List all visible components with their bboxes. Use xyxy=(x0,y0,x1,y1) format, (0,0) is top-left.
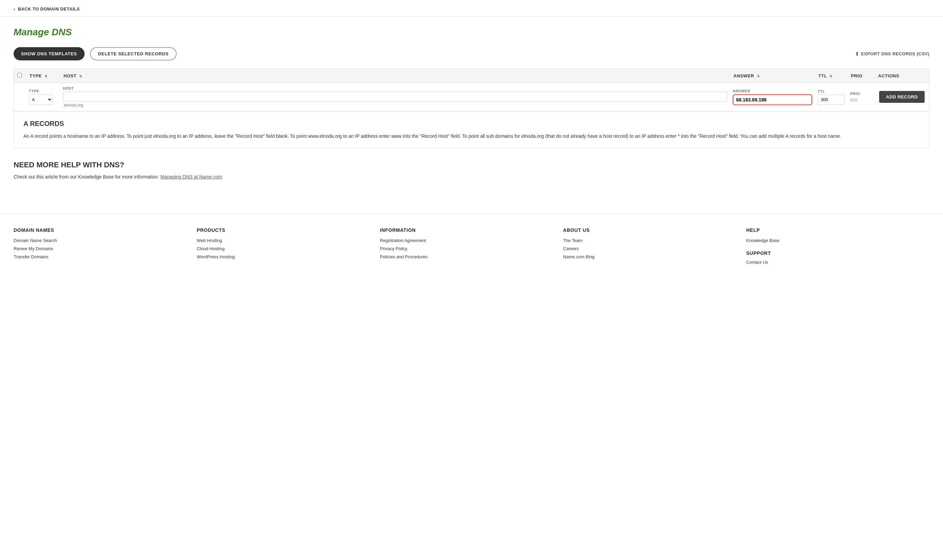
footer-link-wordpress-hosting[interactable]: WordPress Hosting xyxy=(197,254,235,259)
footer-link-domain-search[interactable]: Domain Name Search xyxy=(14,238,57,243)
add-record-row: TYPE A AAAA CNAME MX TXT NS SRV CAA xyxy=(14,83,929,111)
actions-column-header: ACTIONS xyxy=(875,69,929,83)
list-item: Domain Name Search xyxy=(14,238,197,243)
footer-col-domain-names: DOMAIN NAMES Domain Name Search Renew My… xyxy=(14,228,197,268)
prio-label: PRIO xyxy=(850,92,872,96)
select-all-checkbox[interactable] xyxy=(17,73,22,77)
footer: DOMAIN NAMES Domain Name Search Renew My… xyxy=(0,214,943,278)
list-item: Policies and Procedures xyxy=(380,254,563,259)
back-link-bar: ‹ BACK TO DOMAIN DETAILS xyxy=(0,0,943,17)
footer-link-careers[interactable]: Careers xyxy=(563,246,579,251)
dns-table-wrapper: TYPE ⇅ HOST ⇅ ANSWER ⇅ TTL ⇅ xyxy=(14,69,929,112)
table-header: TYPE ⇅ HOST ⇅ ANSWER ⇅ TTL ⇅ xyxy=(14,69,929,83)
help-text: Check out this article from our Knowledg… xyxy=(14,174,929,180)
help-section: NEED MORE HELP WITH DNS? Check out this … xyxy=(14,160,929,180)
add-row-host-cell: HOST .elnoda.org xyxy=(60,83,730,111)
type-sort-icon: ⇅ xyxy=(45,74,48,78)
type-select[interactable]: A AAAA CNAME MX TXT NS SRV CAA xyxy=(29,94,52,105)
footer-links-support: Contact Us xyxy=(746,259,929,265)
type-select-wrapper: A AAAA CNAME MX TXT NS SRV CAA xyxy=(29,94,57,105)
add-record-button[interactable]: ADD RECORD xyxy=(879,91,924,103)
list-item: Knowledge Base xyxy=(746,238,929,243)
help-heading: NEED MORE HELP WITH DNS? xyxy=(14,160,929,169)
show-dns-templates-button[interactable]: SHOW DNS TEMPLATES xyxy=(14,47,85,60)
list-item: Cloud Hosting xyxy=(197,246,380,251)
info-box-title: A RECORDS xyxy=(23,120,920,128)
footer-link-contact-us[interactable]: Contact Us xyxy=(746,260,768,265)
host-subdomain: .elnoda.org xyxy=(63,103,727,108)
host-label: HOST xyxy=(63,86,727,90)
footer-link-renew-domains[interactable]: Renew My Domains xyxy=(14,246,53,251)
footer-link-blog[interactable]: Name.com Blog xyxy=(563,254,594,259)
footer-heading-support: SUPPORT xyxy=(746,251,929,256)
host-input[interactable] xyxy=(63,92,727,102)
footer-heading-domain-names: DOMAIN NAMES xyxy=(14,228,197,233)
footer-link-transfer-domains[interactable]: Transfer Domains xyxy=(14,254,49,259)
add-row-check-cell xyxy=(14,83,26,111)
prio-column-header: PRIO xyxy=(847,69,875,83)
list-item: Name.com Blog xyxy=(563,254,746,259)
dns-table: TYPE ⇅ HOST ⇅ ANSWER ⇅ TTL ⇅ xyxy=(14,69,929,111)
footer-link-registration-agreement[interactable]: Registration Agreement xyxy=(380,238,426,243)
footer-heading-information: INFORMATION xyxy=(380,228,563,233)
add-row-type-cell: TYPE A AAAA CNAME MX TXT NS SRV CAA xyxy=(26,83,60,111)
host-column-header[interactable]: HOST ⇅ xyxy=(60,69,730,83)
prio-na: N/A xyxy=(850,97,858,103)
add-row-prio-cell: PRIO N/A xyxy=(847,83,875,111)
list-item: Contact Us xyxy=(746,259,929,265)
list-item: Registration Agreement xyxy=(380,238,563,243)
footer-links-about-us: The Team Careers Name.com Blog xyxy=(563,238,746,259)
page-title: Manage DNS xyxy=(14,27,929,38)
ttl-column-header[interactable]: TTL ⇅ xyxy=(815,69,847,83)
ttl-label: TTL xyxy=(818,89,845,93)
select-all-checkbox-header xyxy=(14,69,26,83)
footer-col-information: INFORMATION Registration Agreement Priva… xyxy=(380,228,563,268)
footer-col-help: HELP Knowledge Base SUPPORT Contact Us xyxy=(746,228,929,268)
knowledge-base-link[interactable]: Managing DNS at Name.com xyxy=(161,174,222,180)
ttl-sort-icon: ⇅ xyxy=(830,74,833,78)
answer-sort-icon: ⇅ xyxy=(757,74,760,78)
answer-column-header[interactable]: ANSWER ⇅ xyxy=(730,69,815,83)
footer-link-privacy-policy[interactable]: Privacy Policy xyxy=(380,246,407,251)
toolbar: SHOW DNS TEMPLATES DELETE SELECTED RECOR… xyxy=(14,47,929,60)
ttl-input[interactable] xyxy=(818,95,845,105)
add-row-answer-cell: ANSWER xyxy=(730,83,815,111)
add-row-ttl-cell: TTL xyxy=(815,83,847,111)
footer-heading-about-us: ABOUT US xyxy=(563,228,746,233)
table-body: TYPE A AAAA CNAME MX TXT NS SRV CAA xyxy=(14,83,929,111)
footer-link-cloud-hosting[interactable]: Cloud Hosting xyxy=(197,246,225,251)
list-item: The Team xyxy=(563,238,746,243)
export-dns-records-link[interactable]: ⬆ EXPORT DNS RECORDS (CSV) xyxy=(855,51,929,57)
footer-heading-products: PRODUCTS xyxy=(197,228,380,233)
footer-link-knowledge-base[interactable]: Knowledge Base xyxy=(746,238,779,243)
answer-cell-wrapper xyxy=(733,94,812,105)
footer-links-information: Registration Agreement Privacy Policy Po… xyxy=(380,238,563,259)
answer-input[interactable] xyxy=(733,94,812,105)
type-column-header[interactable]: TYPE ⇅ xyxy=(26,69,60,83)
type-label: TYPE xyxy=(29,89,57,93)
list-item: Careers xyxy=(563,246,746,251)
footer-link-policies-procedures[interactable]: Policies and Procedures xyxy=(380,254,428,259)
footer-col-about-us: ABOUT US The Team Careers Name.com Blog xyxy=(563,228,746,268)
footer-link-the-team[interactable]: The Team xyxy=(563,238,583,243)
info-box-description: An A record points a hostname to an IP a… xyxy=(23,132,920,140)
list-item: Privacy Policy xyxy=(380,246,563,251)
footer-links-domain-names: Domain Name Search Renew My Domains Tran… xyxy=(14,238,197,259)
back-to-domain-link[interactable]: ‹ BACK TO DOMAIN DETAILS xyxy=(14,6,80,12)
answer-label: ANSWER xyxy=(733,89,812,93)
footer-links-products: Web Hosting Cloud Hosting WordPress Host… xyxy=(197,238,380,259)
footer-link-web-hosting[interactable]: Web Hosting xyxy=(197,238,222,243)
add-row-actions-cell: ADD RECORD xyxy=(875,83,929,111)
footer-columns: DOMAIN NAMES Domain Name Search Renew My… xyxy=(14,228,929,268)
a-records-info-box: A RECORDS An A record points a hostname … xyxy=(14,112,929,148)
footer-links-help: Knowledge Base xyxy=(746,238,929,243)
main-content: Manage DNS SHOW DNS TEMPLATES DELETE SEL… xyxy=(0,17,943,214)
footer-col-products: PRODUCTS Web Hosting Cloud Hosting WordP… xyxy=(197,228,380,268)
list-item: Transfer Domains xyxy=(14,254,197,259)
host-sort-icon: ⇅ xyxy=(79,74,82,78)
list-item: Renew My Domains xyxy=(14,246,197,251)
footer-heading-help: HELP xyxy=(746,228,929,233)
list-item: WordPress Hosting xyxy=(197,254,380,259)
back-arrow-icon: ‹ xyxy=(14,6,15,12)
delete-selected-records-button[interactable]: DELETE SELECTED RECORDS xyxy=(90,47,177,60)
